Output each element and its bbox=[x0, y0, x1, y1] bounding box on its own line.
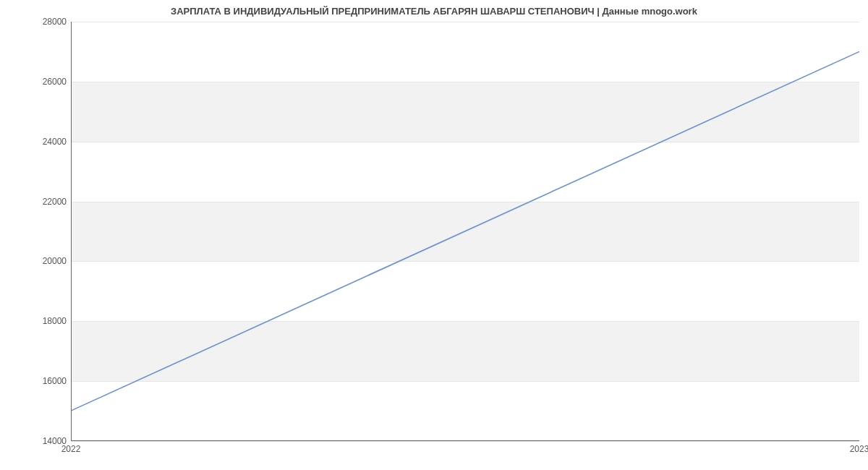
y-tick-label: 14000 bbox=[9, 436, 67, 446]
y-tick-label: 28000 bbox=[9, 17, 67, 27]
y-tick-label: 20000 bbox=[9, 256, 67, 266]
series-line bbox=[72, 51, 859, 410]
chart-title: ЗАРПЛАТА В ИНДИВИДУАЛЬНЫЙ ПРЕДПРИНИМАТЕЛ… bbox=[0, 6, 868, 17]
x-tick-label: 2022 bbox=[61, 444, 81, 454]
y-tick-label: 16000 bbox=[9, 376, 67, 386]
y-tick-label: 22000 bbox=[9, 197, 67, 207]
plot-area bbox=[71, 22, 859, 441]
y-tick-label: 18000 bbox=[9, 316, 67, 326]
chart-svg bbox=[72, 22, 859, 440]
y-tick-label: 26000 bbox=[9, 77, 67, 87]
gridline bbox=[72, 441, 859, 442]
y-tick-label: 24000 bbox=[9, 137, 67, 147]
x-tick-label: 2023 bbox=[850, 444, 868, 454]
